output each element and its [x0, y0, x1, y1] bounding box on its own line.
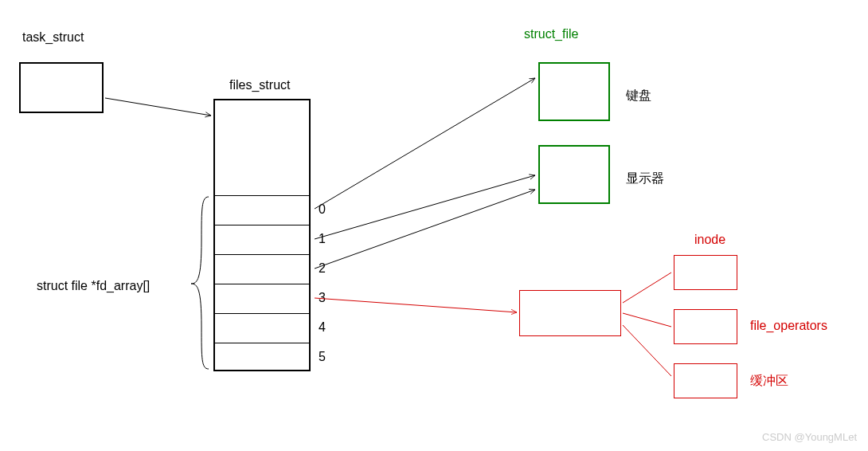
- fd-row-divider-1: [215, 225, 309, 226]
- files-struct-label: files_struct: [229, 78, 290, 92]
- svg-line-2: [315, 175, 535, 239]
- buffer-box: [674, 363, 737, 398]
- file-operators-box: [674, 309, 737, 344]
- svg-line-5: [623, 273, 671, 303]
- inode-label: inode: [694, 233, 725, 247]
- buffer-label: 缓冲区: [750, 373, 788, 390]
- fd-row-divider-2: [215, 254, 309, 255]
- fd-array-label: struct file *fd_array[]: [37, 279, 150, 293]
- svg-line-6: [623, 313, 671, 327]
- fd-index-0: 0: [319, 202, 326, 217]
- fd-index-4: 4: [319, 320, 326, 335]
- svg-line-4: [315, 298, 517, 312]
- display-label: 显示器: [626, 171, 664, 187]
- file-operators-label: file_operators: [750, 319, 827, 333]
- svg-line-1: [315, 78, 535, 209]
- fd-index-1: 1: [319, 232, 326, 246]
- file-red-box: [519, 290, 621, 336]
- inode-box: [674, 255, 737, 290]
- struct-file-keyboard-box: [538, 62, 610, 121]
- files-struct-box: [213, 99, 311, 371]
- fd-row-divider-4: [215, 313, 309, 314]
- struct-file-display-box: [538, 145, 610, 204]
- struct-file-label: struct_file: [524, 27, 578, 41]
- task-struct-box: [19, 62, 104, 113]
- fd-row-divider-top: [215, 195, 309, 196]
- fd-row-divider-3: [215, 284, 309, 284]
- fd-index-3: 3: [319, 291, 326, 305]
- fd-index-5: 5: [319, 350, 326, 364]
- arrows-overlay: [0, 0, 868, 451]
- svg-line-0: [105, 98, 211, 116]
- fd-row-divider-5: [215, 343, 309, 343]
- fd-index-2: 2: [319, 261, 326, 276]
- svg-line-7: [623, 325, 671, 376]
- svg-line-3: [315, 190, 535, 269]
- keyboard-label: 键盘: [626, 88, 651, 104]
- task-struct-label: task_struct: [22, 30, 84, 45]
- watermark: CSDN @YoungMLet: [762, 431, 857, 443]
